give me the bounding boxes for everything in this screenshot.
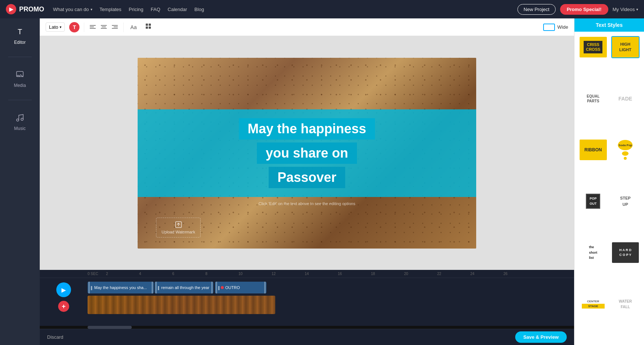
outro-drag-right[interactable] [264, 282, 266, 293]
ruler-mark-14: 14 [305, 272, 338, 276]
water-fall-label: WATERFALL [619, 299, 632, 310]
clip-1[interactable]: ‖ May the happiness you sha... [88, 282, 154, 293]
canvas[interactable]: May the happiness you share on Passover … [138, 58, 476, 249]
nav-item-blog[interactable]: Blog [194, 7, 204, 12]
promo-special-button[interactable]: Promo Special! [560, 4, 608, 15]
text-color-button[interactable]: T [69, 22, 79, 32]
sidebar-item-media[interactable]: Media [14, 69, 26, 88]
style-card-highlight[interactable]: HIGHLIGHT [611, 36, 640, 58]
hard-copy-label: H A R DC O P Y [619, 248, 631, 258]
style-card-fade[interactable]: FADE [611, 88, 640, 110]
clip-2[interactable]: ‖ remain all through the year [155, 282, 213, 293]
main-area: T Editor Media Music [0, 18, 644, 345]
criss-cross-label: CRISSCROSS [584, 41, 602, 53]
video-clip[interactable] [88, 296, 275, 314]
clip-drag-left[interactable] [88, 282, 90, 293]
align-buttons [84, 22, 124, 32]
my-videos-nav[interactable]: My Videos ▾ [613, 7, 638, 12]
video-thumbnail [88, 296, 275, 314]
save-preview-button[interactable]: Save & Preview [515, 331, 567, 343]
fade-label: FADE [619, 96, 632, 102]
wide-format-button[interactable]: Wide [543, 24, 568, 31]
discard-button[interactable]: Discard [47, 334, 63, 340]
outro-label: OUTRO [225, 285, 240, 290]
panel-header: Text Styles [574, 18, 644, 32]
short-list-label: theshortlist [589, 244, 598, 260]
ribbon-label: RIBBON [584, 147, 602, 152]
outro-bars: ‖ [218, 285, 220, 290]
style-card-soda-pop[interactable]: Soda Pop [611, 139, 640, 161]
svg-rect-12 [146, 24, 148, 26]
timeline-ruler: 0 SEC 2 4 6 8 10 12 14 16 18 20 22 24 26 [40, 270, 574, 278]
sidebar-item-editor[interactable]: T Editor [14, 26, 26, 45]
clip-drag-right[interactable] [152, 282, 153, 293]
style-card-step-up[interactable]: STEPUP [611, 190, 640, 212]
clip-2-drag-right[interactable] [211, 282, 213, 293]
ruler-marks: 0 SEC 2 4 6 8 10 12 14 16 18 20 22 24 26 [88, 272, 526, 276]
equal-parts-label: EQUALPARTS [587, 94, 599, 103]
logo[interactable]: ▶ PROMO [6, 4, 44, 14]
soda-pop-dot-1 [622, 151, 629, 156]
nav-item-pricing[interactable]: Pricing [129, 7, 144, 12]
ruler-mark-8: 8 [205, 272, 238, 276]
style-card-ribbon[interactable]: RIBBON [579, 139, 608, 161]
watermark-upload[interactable]: Upload Watermark [156, 218, 201, 237]
ruler-mark-12: 12 [272, 272, 305, 276]
ruler-mark-6: 6 [172, 272, 205, 276]
grid-button[interactable] [143, 22, 154, 33]
clip-outro[interactable]: ‖ OUTRO [215, 282, 266, 293]
music-icon [14, 112, 26, 124]
timeline-scrollbar[interactable] [40, 326, 574, 329]
left-sidebar: T Editor Media Music [0, 18, 40, 345]
font-selector[interactable]: Lato ▾ [46, 22, 65, 32]
timeline-tracks: ‖ May the happiness you sha... ‖ remain … [88, 278, 574, 326]
nav-item-what-you-can-do[interactable]: What you can do ▾ [53, 7, 92, 12]
nav-item-faq[interactable]: FAQ [151, 7, 160, 12]
ruler-mark-22: 22 [437, 272, 470, 276]
new-project-button[interactable]: New Project [517, 4, 556, 15]
sidebar-item-music[interactable]: Music [14, 112, 26, 131]
clip-2-drag-left[interactable] [155, 282, 157, 293]
watermark-label: Upload Watermark [162, 230, 195, 234]
nav-right: New Project Promo Special! My Videos ▾ [517, 4, 638, 15]
nav-item-templates[interactable]: Templates [100, 7, 121, 12]
text-banner[interactable]: May the happiness you share on Passover … [138, 109, 476, 197]
text-icon: T [14, 26, 26, 38]
timeline-area: 0 SEC 2 4 6 8 10 12 14 16 18 20 22 24 26 [40, 270, 574, 329]
style-card-equal-parts[interactable]: EQUALPARTS [579, 88, 608, 110]
clip-1-bars: ‖ [91, 285, 93, 290]
text-size-button[interactable]: Aa [128, 23, 139, 32]
add-clip-button[interactable]: + [58, 301, 69, 312]
media-icon [14, 69, 26, 81]
wide-icon [543, 24, 555, 31]
nav-item-calendar[interactable]: Calendar [168, 7, 187, 12]
banner-line-3[interactable]: Passover [269, 167, 345, 188]
style-card-center-stage[interactable]: CENTER STAGE [579, 293, 608, 315]
banner-line-1[interactable]: May the happiness [239, 118, 375, 140]
upload-icon [175, 221, 182, 228]
highlight-label: HIGHLIGHT [619, 42, 631, 53]
style-card-pop-out[interactable]: POPOUT [579, 190, 608, 212]
clip-1-label: May the happiness you sha... [94, 285, 147, 290]
style-card-criss-cross[interactable]: CRISSCROSS [579, 36, 608, 58]
align-right-button[interactable] [110, 22, 120, 32]
video-track-row [88, 296, 574, 316]
style-card-short-list[interactable]: theshortlist [579, 242, 608, 264]
outro-drag-left[interactable] [216, 282, 217, 293]
center-stage-box: STAGE [582, 304, 605, 309]
banner-line-2[interactable]: you share on [257, 142, 357, 164]
align-left-button[interactable] [88, 22, 98, 32]
timeline-scroll-thumb[interactable] [88, 326, 132, 329]
clip-2-label: remain all through the year [161, 285, 209, 290]
play-button[interactable]: ▶ [56, 282, 71, 297]
right-panel: Text Styles CRISSCROSS HIGHLIGHT EQUALPA… [574, 18, 644, 345]
align-center-button[interactable] [99, 22, 109, 32]
ruler-mark-20: 20 [404, 272, 437, 276]
ruler-mark-18: 18 [371, 272, 404, 276]
style-card-water-fall[interactable]: WATERFALL [611, 293, 640, 315]
svg-rect-15 [149, 27, 151, 29]
center-stage-top: CENTER [587, 300, 599, 303]
style-card-hard-copy[interactable]: H A R DC O P Y [611, 242, 640, 264]
chevron-down-icon: ▾ [91, 7, 92, 11]
timeline-content: ▶ + ‖ May the happiness you sha... [40, 278, 574, 326]
